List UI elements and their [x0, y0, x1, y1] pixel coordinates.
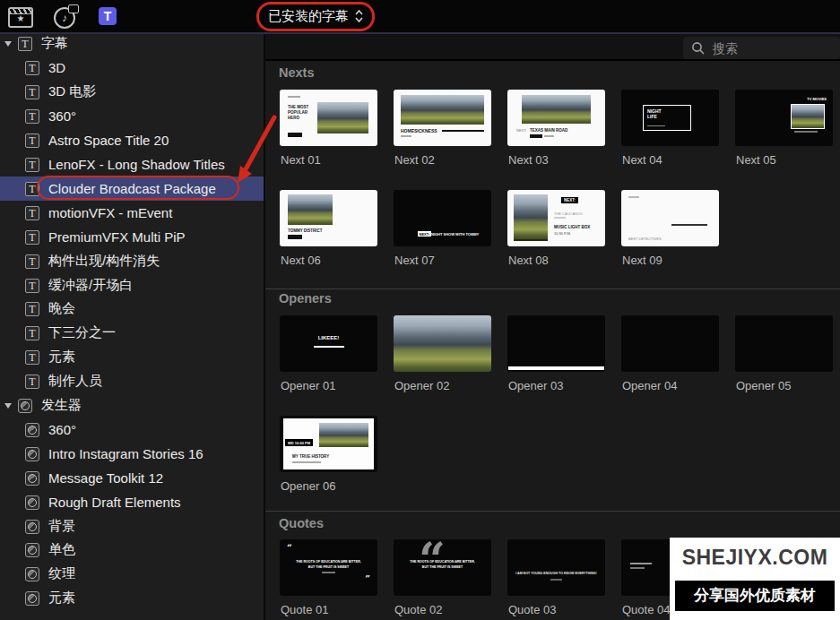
search-field[interactable]: [683, 37, 840, 59]
thumb-photo: [401, 95, 484, 125]
sidebar-item-elements-titles[interactable]: 元素: [0, 345, 264, 369]
thumbnail-next-05[interactable]: TV MOVIES: [735, 90, 833, 146]
section-separator: [265, 288, 840, 289]
title-t-icon: [25, 61, 39, 75]
title-t-icon: [25, 254, 39, 269]
thumb-deco: [794, 131, 818, 133]
disclosure-triangle-icon[interactable]: [4, 41, 12, 47]
thumb-label: Next 08: [508, 254, 549, 267]
sidebar-item-gen-360[interactable]: 360°: [0, 418, 264, 442]
thumb-text: ”: [365, 573, 370, 583]
sidebar-item-lower-thirds[interactable]: 下三分之一: [0, 321, 264, 345]
thumb-label: Quote 03: [508, 603, 557, 616]
titles-generators-icon[interactable]: [99, 7, 117, 25]
thumbnail-quote-03[interactable]: I AM NOT YOUNG ENOUGH TO KNOW EVERYTHING…: [507, 539, 605, 596]
photos-audio-icon[interactable]: [54, 7, 75, 29]
thumbnail-quote-01[interactable]: “ THE ROOTS OF EDUCATION ARE BITTER, BUT…: [280, 539, 377, 596]
thumb-text: “: [287, 542, 292, 552]
thumb-photo: [319, 423, 368, 447]
sidebar-item-message-toolkit[interactable]: Message Toolkit 12: [0, 466, 264, 490]
sidebar-item-build-in-out[interactable]: 构件出现/构件消失: [0, 249, 264, 273]
top-toolbar: 已安装的字幕: [0, 0, 840, 34]
search-icon: [691, 41, 706, 56]
sidebar-group-generators[interactable]: 发生器: [0, 393, 264, 418]
sidebar-item-elements-gen[interactable]: 元素: [0, 586, 264, 610]
generator-icon: [25, 567, 39, 581]
sidebar-item-clouder-broadcast-package[interactable]: Clouder Broadcast Package: [0, 177, 264, 201]
thumb-text: 10:30 P.M.: [554, 231, 571, 236]
thumbnail-opener-01[interactable]: LIKEEE!: [280, 315, 377, 372]
sidebar-item-party[interactable]: 晚会: [0, 297, 264, 321]
watermark-slogan: 分享国外优质素材: [675, 581, 835, 611]
sidebar-item-astro-space[interactable]: Astro Space Title 20: [0, 128, 264, 152]
sidebar-item-label: Intro Instagram Stories 16: [48, 446, 204, 461]
thumbnail-next-06[interactable]: TOMMY DISTRICT: [280, 190, 377, 246]
installed-titles-dropdown[interactable]: 已安装的字幕: [268, 5, 363, 27]
sidebar-item-label: 360°: [48, 108, 76, 124]
title-t-icon: [25, 133, 39, 148]
thumb-photo: [317, 102, 368, 133]
generator-icon: [25, 591, 39, 606]
thumbnail-next-03[interactable]: NEXT: TEXAS MAIN ROAD: [507, 90, 605, 146]
thumb-photo: [394, 315, 491, 372]
thumb-label: Next 05: [736, 153, 776, 167]
sidebar-item-backgrounds[interactable]: 背景: [0, 514, 264, 538]
sidebar-item-label: Astro Space Title 20: [48, 133, 169, 148]
thumbnail-next-08[interactable]: NEXT: THE CAUCASUS MUSIC LIGHT BOX 10:30…: [507, 190, 605, 246]
sidebar-item-360[interactable]: 360°: [0, 104, 264, 128]
thumbnail-next-02[interactable]: HOMESICKNESS: [394, 90, 491, 146]
fcp-titles-browser: 已安装的字幕 字幕 3D 3D 电影 360° Astro Space Titl…: [0, 0, 840, 620]
title-t-icon: [25, 230, 39, 245]
disclosure-triangle-icon[interactable]: [4, 403, 12, 409]
thumb-label: Opener 01: [281, 379, 335, 392]
generator-icon: [25, 520, 39, 534]
sidebar-item-intro-instagram[interactable]: Intro Instagram Stories 16: [0, 442, 264, 466]
thumb-text: THE CAUCASUS: [554, 211, 582, 216]
thumb-text: NEXT:: [561, 197, 578, 203]
sidebar-category-list: 字幕 3D 3D 电影 360° Astro Space Title 20 Le…: [0, 34, 264, 620]
thumbnail-opener-06[interactable]: WD 10:00 PM MY TRUE HISTORY: [280, 416, 377, 472]
title-t-icon: [25, 158, 39, 172]
thumbnail-quote-02[interactable]: “ THE ROOTS OF EDUCATION ARE BITTER, BUT…: [394, 539, 491, 596]
dropdown-label: 已安装的字幕: [268, 8, 349, 25]
thumbnail-opener-05[interactable]: [735, 315, 833, 372]
thumb-deco: [550, 579, 562, 581]
thumb-text: MY TRUE HISTORY: [292, 454, 329, 459]
thumb-deco: [442, 130, 484, 132]
thumbnail-opener-04[interactable]: [621, 315, 719, 372]
thumbnail-next-09[interactable]: BEST DETECTIVES: [621, 190, 719, 246]
thumb-deco: [292, 461, 321, 463]
title-t-icon: [25, 279, 39, 293]
sidebar-item-premiumvfx-multipip[interactable]: PremiumVFX Multi PiP: [0, 225, 264, 249]
sidebar-item-label: 纹理: [48, 565, 75, 582]
thumbnail-opener-02[interactable]: [394, 315, 491, 372]
sidebar-item-label: Message Toolkit 12: [48, 470, 163, 486]
sidebar-item-lenofx[interactable]: LenoFX - Long Shadow Titles: [0, 152, 264, 177]
thumb-label: Next 07: [394, 254, 435, 267]
sidebar-item-3d-movie[interactable]: 3D 电影: [0, 80, 264, 104]
thumbnail-opener-03[interactable]: [507, 315, 605, 372]
thumbnail-next-07[interactable]: NEXT: NIGHT SHOW WITH TOMMY: [394, 190, 491, 246]
effects-browser-icon[interactable]: [8, 7, 33, 28]
thumb-deco: [288, 235, 302, 239]
title-t-icon: [25, 302, 39, 316]
sidebar-item-motionvfx-mevent[interactable]: motionVFX - mEvent: [0, 201, 264, 225]
sidebar-group-label: 发生器: [41, 397, 82, 414]
sidebar-item-rough-draft[interactable]: Rough Draft Elements: [0, 490, 264, 514]
search-input[interactable]: [711, 40, 831, 56]
sidebar-item-bumper-opener[interactable]: 缓冲器/开场白: [0, 273, 264, 297]
thumb-label: Quote 01: [281, 603, 329, 616]
thumb-text: THE ROOTS OF EDUCATION ARE BITTER,: [394, 560, 491, 564]
sidebar-item-3d[interactable]: 3D: [0, 56, 264, 80]
sidebar-item-label: motionVFX - mEvent: [48, 205, 172, 220]
generator-icon: [25, 543, 39, 557]
thumb-text: LIKEEE!: [280, 335, 377, 340]
sidebar-item-credits[interactable]: 制作人员: [0, 369, 264, 393]
sidebar-item-textures[interactable]: 纹理: [0, 562, 264, 586]
thumbnail-next-04[interactable]: NIGHT LIFE: [621, 90, 719, 146]
thumbnail-next-01[interactable]: THE MOST POPULAR HERO: [280, 90, 377, 146]
thumb-text: THE ROOTS OF EDUCATION ARE BITTER,: [280, 560, 377, 564]
sidebar-item-solids[interactable]: 单色: [0, 538, 264, 562]
sidebar-group-titles[interactable]: 字幕: [0, 31, 264, 56]
thumb-text: TEXAS MAIN ROAD: [530, 128, 567, 133]
